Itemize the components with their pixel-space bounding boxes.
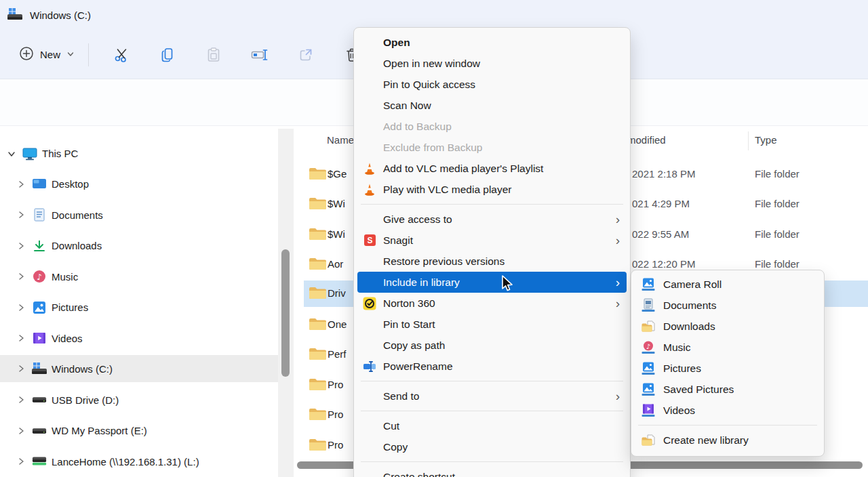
menu-item-create-new-library[interactable]: Create new library (635, 430, 821, 451)
menu-item-label: Music (663, 341, 690, 354)
powerrename-icon (361, 358, 378, 375)
tree-expander[interactable] (16, 241, 27, 251)
menu-item-music[interactable]: ♪Music (635, 337, 821, 358)
share-icon (298, 47, 314, 63)
menu-item-open[interactable]: Open (357, 32, 627, 53)
vertical-scrollbar[interactable] (278, 129, 294, 477)
library-pictures-icon (640, 360, 656, 377)
menu-item-videos[interactable]: Videos (635, 400, 821, 421)
folder-icon (309, 407, 327, 424)
menu-item-pin-to-start[interactable]: Pin to Start (357, 314, 627, 335)
menu-item-restore-previous-versions[interactable]: Restore previous versions (357, 251, 627, 272)
tree-expander[interactable] (16, 272, 27, 281)
menu-item-label: Copy (383, 441, 408, 453)
tree-expander[interactable] (16, 210, 27, 220)
chevron-right-icon (16, 426, 26, 436)
toolbar-icon-buttons (106, 41, 367, 68)
menu-item-label: Include in library (383, 276, 460, 289)
column-header-date-modified[interactable]: modified (627, 134, 666, 146)
column-header-name[interactable]: Name (327, 134, 354, 146)
menu-item-create-shortcut[interactable]: Create shortcut (357, 466, 627, 477)
menu-item-add-to-vlc-media-player-s-playlist[interactable]: Add to VLC media player's Playlist (357, 158, 627, 179)
menu-item-icon-slot (361, 274, 378, 291)
menu-item-documents[interactable]: Documents (635, 295, 821, 316)
tree-expander[interactable] (16, 395, 27, 405)
sidebar-item-desktop[interactable]: Desktop (0, 169, 278, 199)
folder-icon (309, 196, 327, 213)
menu-item-pictures[interactable]: Pictures (635, 358, 821, 379)
library-pictures-icon (640, 276, 656, 293)
tree-expander[interactable] (16, 180, 27, 189)
folder-icon (309, 407, 327, 421)
submenu-chevron-icon (616, 234, 620, 247)
sidebar-item-label: USB Drive (D:) (52, 394, 119, 406)
sidebar-item-documents[interactable]: Documents (0, 200, 278, 230)
sidebar-item-music[interactable]: ♪Music (0, 262, 278, 292)
sidebar-item-usb-drive-d[interactable]: USB Drive (D:) (0, 385, 278, 415)
tree-expander[interactable] (16, 426, 27, 436)
folder-icon (309, 167, 327, 184)
menu-item-cut[interactable]: Cut (357, 415, 627, 436)
menu-item-label: Create shortcut (383, 471, 455, 477)
tree-expander[interactable] (16, 457, 27, 466)
menu-item-norton-360[interactable]: Norton 360 (357, 293, 627, 314)
folder-icon (309, 317, 327, 331)
share-button[interactable] (291, 41, 321, 68)
tree-expander[interactable] (16, 364, 27, 373)
vlc-cone-icon (361, 182, 378, 198)
rename-button[interactable] (245, 41, 275, 68)
menu-item-saved-pictures[interactable]: Saved Pictures (635, 379, 821, 400)
cut-button[interactable] (106, 41, 136, 68)
sidebar-item-pictures[interactable]: Pictures (0, 292, 278, 323)
sidebar-item-lancehome-192-168-1-31-l[interactable]: LanceHome (\\192.168.1.31) (L:) (0, 447, 278, 477)
sidebar-item-windows-c[interactable]: Windows (C:) (0, 355, 278, 382)
menu-item-icon-slot (361, 469, 378, 477)
library-videos-icon (640, 402, 656, 419)
file-date-modified: 2021 2:18 PM (632, 168, 695, 180)
new-button[interactable]: New (12, 42, 81, 67)
paste-icon (205, 47, 222, 63)
sidebar-item-wd-my-passport-e[interactable]: WD My Passport (E:) (0, 415, 278, 446)
tree-expander[interactable] (7, 149, 18, 159)
menu-item-snagit[interactable]: SSnagit (357, 230, 627, 251)
folder-icon (309, 227, 327, 241)
menu-item-copy-as-path[interactable]: Copy as path (357, 335, 627, 356)
menu-item-include-in-library[interactable]: Include in library (357, 272, 627, 293)
menu-item-camera-roll[interactable]: Camera Roll (635, 274, 821, 295)
menu-item-copy[interactable]: Copy (357, 436, 627, 457)
tree-expander[interactable] (16, 303, 27, 312)
menu-item-pin-to-quick-access[interactable]: Pin to Quick access (357, 74, 627, 95)
menu-item-powerrename[interactable]: PowerRename (357, 356, 627, 377)
menu-item-give-access-to[interactable]: Give access to (357, 209, 627, 230)
menu-item-label: Restore previous versions (383, 255, 505, 268)
menu-item-icon-slot (361, 439, 378, 455)
sidebar-item-label: Videos (52, 333, 83, 344)
sidebar-item-videos[interactable]: Videos (0, 323, 278, 354)
menu-item-open-in-new-window[interactable]: Open in new window (357, 53, 627, 74)
vertical-scrollbar-thumb[interactable] (281, 249, 290, 377)
include-in-library-submenu: Camera RollDocumentsDownloads♪MusicPictu… (631, 270, 825, 457)
menu-item-downloads[interactable]: Downloads (635, 316, 821, 337)
menu-item-icon-slot (361, 316, 378, 333)
tree-expander[interactable] (16, 333, 27, 343)
menu-item-scan-now[interactable]: Scan Now (357, 95, 627, 116)
menu-item-label: Saved Pictures (663, 383, 734, 396)
paste-button[interactable] (199, 41, 229, 68)
sidebar-item-downloads[interactable]: Downloads (0, 230, 278, 261)
file-name: Aor (328, 258, 343, 270)
folder-icon (309, 286, 327, 300)
menu-item-play-with-vlc-media-player[interactable]: Play with VLC media player (357, 179, 627, 200)
windows-drive-icon (7, 7, 23, 21)
column-header-type[interactable]: Type (755, 134, 777, 146)
menu-item-send-to[interactable]: Send to (357, 386, 627, 407)
file-name: Pro (328, 439, 343, 451)
menu-item-label: Add to Backup (383, 121, 452, 133)
folder-icon (309, 317, 327, 334)
copy-button[interactable] (153, 41, 182, 68)
menu-item-label: Send to (383, 390, 419, 402)
new-chevron-icon (66, 49, 75, 60)
file-date-modified: 022 9:55 AM (632, 228, 689, 240)
sidebar-item-this-pc[interactable]: This PC (0, 138, 278, 169)
menu-item-label: Videos (663, 405, 695, 417)
folder-icon (309, 377, 327, 394)
